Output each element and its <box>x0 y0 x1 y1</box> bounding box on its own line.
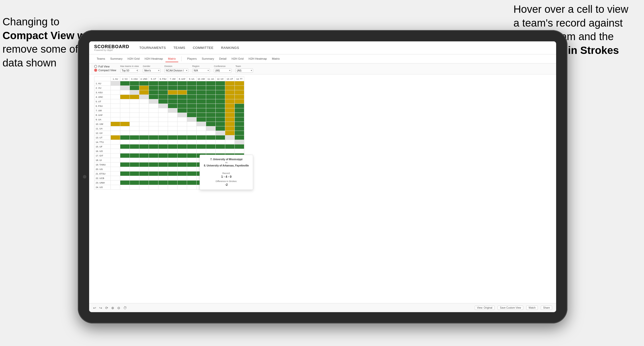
matrix-cell-12-11[interactable] <box>216 135 225 140</box>
matrix-cell-7-10[interactable] <box>206 113 216 117</box>
matrix-cell-22-4[interactable] <box>149 181 158 185</box>
matrix-cell-6-2[interactable] <box>130 108 139 113</box>
matrix-cell-20-5[interactable] <box>158 171 168 176</box>
matrix-cell-13-10[interactable] <box>206 140 216 144</box>
matrix-cell-4-6[interactable] <box>168 99 178 104</box>
sub-nav-players[interactable]: Players <box>185 56 199 62</box>
matrix-cell-19-0[interactable] <box>111 167 120 171</box>
matrix-cell-3-10[interactable] <box>206 95 216 99</box>
matrix-cell-3-2[interactable] <box>130 95 139 99</box>
matrix-cell-13-6[interactable] <box>168 140 178 144</box>
matrix-cell-1-9[interactable] <box>197 86 206 90</box>
matrix-cell-8-2[interactable] <box>130 117 139 122</box>
matrix-cell-16-3[interactable] <box>139 153 149 158</box>
matrix-cell-12-5[interactable] <box>158 135 168 140</box>
matrix-cell-11-8[interactable] <box>187 131 197 135</box>
matrix-cell-23-5[interactable] <box>158 185 168 190</box>
matrix-cell-10-5[interactable] <box>158 126 168 131</box>
matrix-cell-10-6[interactable] <box>168 126 178 131</box>
matrix-cell-14-1[interactable] <box>120 144 130 149</box>
matrix-cell-13-12[interactable] <box>225 140 235 144</box>
matrix-cell-1-0[interactable] <box>111 86 120 90</box>
matrix-cell-3-3[interactable] <box>139 95 149 99</box>
matrix-cell-6-9[interactable] <box>197 108 206 113</box>
watch-btn[interactable]: Watch <box>526 306 538 310</box>
matrix-cell-18-8[interactable] <box>187 162 197 167</box>
matrix-cell-16-0[interactable] <box>111 153 120 158</box>
radio-compact-view[interactable]: Compact View <box>94 69 116 72</box>
matrix-cell-6-13[interactable] <box>235 108 244 113</box>
nav-rankings[interactable]: RANKINGS <box>221 45 239 51</box>
matrix-cell-7-2[interactable] <box>130 113 139 117</box>
matrix-cell-11-0[interactable] <box>111 131 120 135</box>
matrix-cell-4-4[interactable] <box>149 99 158 104</box>
matrix-cell-21-4[interactable] <box>149 176 158 181</box>
matrix-cell-11-11[interactable] <box>216 131 225 135</box>
matrix-cell-8-11[interactable] <box>216 117 225 122</box>
matrix-cell-13-8[interactable] <box>187 140 197 144</box>
matrix-cell-23-7[interactable] <box>178 185 187 190</box>
matrix-cell-12-12[interactable] <box>225 135 235 140</box>
matrix-cell-18-7[interactable] <box>178 162 187 167</box>
division-select[interactable]: NCAA Division I <box>164 68 188 73</box>
matrix-cell-3-5[interactable] <box>158 95 168 99</box>
matrix-cell-11-12[interactable] <box>225 131 235 135</box>
matrix-cell-21-7[interactable] <box>178 176 187 181</box>
matrix-cell-18-5[interactable] <box>158 162 168 167</box>
matrix-cell-0-11[interactable] <box>216 81 225 86</box>
matrix-cell-0-4[interactable] <box>149 81 158 86</box>
matrix-cell-4-5[interactable] <box>158 99 168 104</box>
matrix-cell-0-7[interactable] <box>178 81 187 86</box>
matrix-cell-23-6[interactable] <box>168 185 178 190</box>
matrix-cell-15-6[interactable] <box>168 149 178 153</box>
matrix-cell-0-3[interactable] <box>139 81 149 86</box>
matrix-cell-11-4[interactable] <box>149 131 158 135</box>
matrix-cell-16-2[interactable] <box>130 153 139 158</box>
gender-select[interactable]: Men's <box>143 68 160 73</box>
matrix-cell-11-5[interactable] <box>158 131 168 135</box>
matrix-cell-11-7[interactable] <box>178 131 187 135</box>
matrix-cell-7-1[interactable] <box>120 113 130 117</box>
matrix-cell-6-11[interactable] <box>216 108 225 113</box>
matrix-cell-9-11[interactable] <box>216 122 225 126</box>
matrix-cell-4-8[interactable] <box>187 99 197 104</box>
matrix-cell-10-10[interactable] <box>206 126 216 131</box>
matrix-cell-5-8[interactable] <box>187 104 197 108</box>
matrix-cell-7-8[interactable] <box>187 113 197 117</box>
matrix-cell-22-2[interactable] <box>130 181 139 185</box>
matrix-cell-7-9[interactable] <box>197 113 206 117</box>
matrix-cell-9-12[interactable] <box>225 122 235 126</box>
matrix-cell-18-0[interactable] <box>111 162 120 167</box>
matrix-cell-8-7[interactable] <box>178 117 187 122</box>
matrix-cell-0-0[interactable] <box>111 81 120 86</box>
matrix-cell-4-12[interactable] <box>225 99 235 104</box>
matrix-cell-2-11[interactable] <box>216 90 225 95</box>
matrix-cell-5-1[interactable] <box>120 104 130 108</box>
matrix-cell-23-1[interactable] <box>120 185 130 190</box>
matrix-cell-1-11[interactable] <box>216 86 225 90</box>
matrix-cell-5-5[interactable] <box>158 104 168 108</box>
matrix-cell-18-1[interactable] <box>120 162 130 167</box>
matrix-cell-9-4[interactable] <box>149 122 158 126</box>
matrix-cell-4-3[interactable] <box>139 99 149 104</box>
matrix-cell-15-8[interactable] <box>187 149 197 153</box>
matrix-cell-14-2[interactable] <box>130 144 139 149</box>
matrix-cell-5-11[interactable] <box>216 104 225 108</box>
matrix-cell-6-6[interactable] <box>168 108 178 113</box>
matrix-cell-8-9[interactable] <box>197 117 206 122</box>
matrix-cell-2-9[interactable] <box>197 90 206 95</box>
sub-nav-detail[interactable]: Detail <box>217 56 229 62</box>
matrix-cell-19-8[interactable] <box>187 167 197 171</box>
matrix-cell-14-11[interactable] <box>216 144 225 149</box>
matrix-cell-3-7[interactable] <box>178 95 187 99</box>
matrix-cell-12-7[interactable] <box>178 135 187 140</box>
matrix-cell-8-8[interactable] <box>187 117 197 122</box>
undo-icon[interactable]: ↩ <box>93 306 96 310</box>
matrix-cell-10-3[interactable] <box>139 126 149 131</box>
matrix-cell-1-6[interactable] <box>168 86 178 90</box>
matrix-cell-18-3[interactable] <box>139 162 149 167</box>
matrix-cell-5-6[interactable] <box>168 104 178 108</box>
matrix-cell-3-0[interactable] <box>111 95 120 99</box>
matrix-cell-12-9[interactable] <box>197 135 206 140</box>
zoom-out-icon[interactable]: ⊖ <box>117 306 120 310</box>
